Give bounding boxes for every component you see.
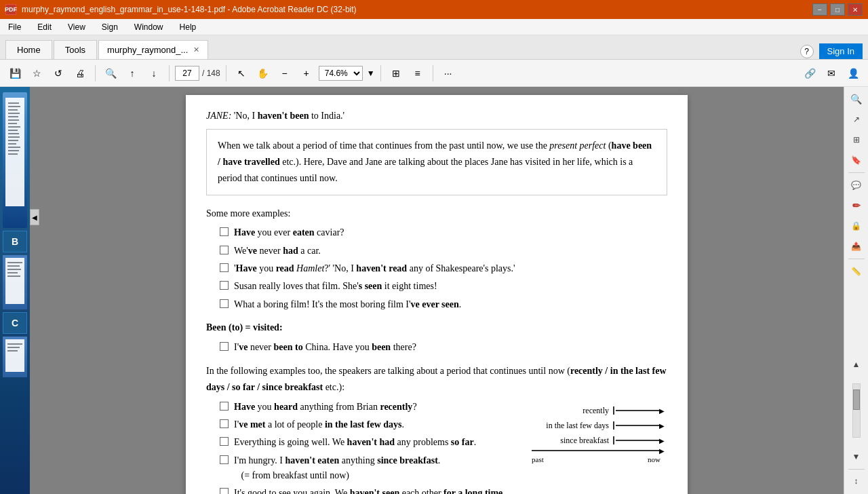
example-a1: Have you ever eaten caviar? — [206, 225, 667, 240]
checkbox-b3[interactable] — [220, 437, 229, 446]
scroll-up-button[interactable]: ▲ — [847, 355, 866, 374]
right-share-button[interactable]: ↗ — [847, 110, 866, 129]
menu-sign[interactable]: Sign — [99, 21, 121, 33]
prev-page-button[interactable]: ↑ — [123, 64, 142, 83]
hand-tool-button[interactable]: ✋ — [254, 64, 273, 83]
timeline-row-sincebreakfast: since breakfast ▶ — [532, 434, 660, 447]
example-a3: 'Have you read Hamlet?' 'No, I haven't r… — [206, 261, 667, 276]
page-number-input[interactable] — [175, 66, 199, 81]
restore-button[interactable]: □ — [830, 3, 845, 16]
scroll-down-button[interactable]: ▼ — [847, 447, 866, 466]
cursor-tool-button[interactable]: ↖ — [232, 64, 251, 83]
page-thumbnail-b[interactable] — [3, 255, 27, 309]
checkbox-been[interactable] — [220, 342, 229, 351]
main-layout: B C ◀ JANE: 'No, — [0, 87, 868, 494]
example-a5: What a boring film! It's the most boring… — [206, 297, 667, 312]
title-bar: PDF murphy_raymond_english_grammar_in_us… — [0, 0, 868, 19]
zoom-dropdown[interactable]: 74.6% 50% 75% 100% 125% 150% — [319, 66, 363, 81]
right-bookmark-button[interactable]: 🔖 — [847, 151, 866, 170]
link-button[interactable]: 🔗 — [800, 64, 819, 83]
menu-view[interactable]: View — [65, 21, 88, 33]
right-search-button[interactable]: 🔍 — [847, 90, 866, 109]
timeline-label-lastfewdays: in the last few days — [532, 419, 613, 432]
right-export-button[interactable]: 📤 — [847, 237, 866, 256]
mail-button[interactable]: ✉ — [822, 64, 841, 83]
checkbox-b5[interactable] — [220, 488, 229, 494]
refresh-button[interactable]: ↺ — [49, 64, 68, 83]
example-a2: We've never had a car. — [206, 244, 667, 259]
save-button[interactable]: 💾 — [5, 64, 24, 83]
bookmark-button[interactable]: ☆ — [27, 64, 46, 83]
example-b1-text: Have you heard anything from Brian recen… — [234, 400, 417, 415]
window-controls: − □ ✕ — [812, 3, 863, 16]
right-extra-button[interactable]: ↔ — [847, 472, 866, 491]
example-b2-text: I've met a lot of people in the last few… — [234, 417, 404, 432]
right-protect-button[interactable]: 🔒 — [847, 216, 866, 235]
timeline-row-lastfewdays: in the last few days ▶ — [532, 419, 660, 432]
help-button[interactable]: ? — [800, 45, 814, 58]
menu-bar: File Edit View Sign Window Help — [0, 19, 868, 35]
example-been: I've never been to China. Have you been … — [206, 340, 667, 355]
example-b3: Everything is going well. We haven't had… — [206, 435, 521, 450]
checkbox-a2[interactable] — [220, 246, 229, 254]
right-sep-2 — [848, 259, 865, 259]
section-b-intro: In the following examples too, the speak… — [206, 363, 667, 396]
checkbox-a3[interactable] — [220, 263, 229, 272]
vertical-scrollbar[interactable] — [852, 383, 861, 438]
close-button[interactable]: ✕ — [848, 3, 863, 16]
view-mode-button[interactable]: ⊞ — [387, 64, 406, 83]
menu-file[interactable]: File — [5, 21, 24, 33]
tab-close-button[interactable]: ✕ — [193, 45, 199, 54]
menu-help[interactable]: Help — [177, 21, 199, 33]
checkbox-a4[interactable] — [220, 281, 229, 290]
zoom-minus-button[interactable]: − — [275, 64, 294, 83]
more-tools-button[interactable]: ··· — [439, 64, 458, 83]
example-a4-text: Susan really loves that film. She's seen… — [234, 279, 437, 294]
toolbar: 💾 ☆ ↺ 🖨 🔍 ↑ ↓ / 148 ↖ ✋ − + 74.6% 50% 75… — [0, 60, 868, 87]
left-sidebar: B C — [0, 87, 30, 494]
menu-window[interactable]: Window — [132, 21, 166, 33]
page-thumbnail-c[interactable] — [3, 337, 27, 377]
tab-document[interactable]: murphy_raymond_... ✕ — [98, 40, 208, 59]
page-document: JANE: 'No, I haven't been to India.' Whe… — [186, 95, 688, 494]
page-thumbnail-top[interactable] — [3, 92, 27, 228]
example-b4: I'm hungry. I haven't eaten anything sin… — [206, 453, 521, 484]
menu-edit[interactable]: Edit — [35, 21, 54, 33]
sign-in-button[interactable]: Sign In — [819, 43, 863, 59]
sidebar-collapse-button[interactable]: ◀ — [30, 209, 39, 225]
checkbox-b4[interactable] — [220, 455, 229, 464]
page-total: / 148 — [202, 69, 220, 78]
right-measure-button[interactable]: 📏 — [847, 262, 866, 281]
right-sidebar: 🔍 ↗ ⊞ 🔖 💬 ✏ 🔒 📤 📏 ▲ ▼ ↔ — [844, 87, 868, 494]
right-edit-button[interactable]: ✏ — [847, 196, 866, 215]
minimize-button[interactable]: − — [812, 3, 827, 16]
example-a1-text: Have you ever eaten caviar? — [234, 225, 344, 240]
example-a3-text: 'Have you read Hamlet?' 'No, I haven't r… — [234, 261, 515, 276]
checkbox-a5[interactable] — [220, 299, 229, 308]
scrollbar-thumb[interactable] — [853, 390, 860, 410]
separator-4 — [380, 65, 381, 81]
section-b: In the following examples too, the speak… — [206, 363, 667, 494]
sidebar-section-b: B — [3, 231, 27, 252]
separator-5 — [433, 65, 433, 81]
timeline-label-sincebreakfast: since breakfast — [532, 434, 613, 447]
zoom-dropdown-arrow[interactable]: ▼ — [367, 69, 375, 78]
tab-tools[interactable]: Tools — [54, 40, 97, 59]
right-tools-button[interactable]: ⊞ — [847, 130, 866, 149]
been-header: Been (to) = visited: — [206, 322, 283, 332]
tab-home[interactable]: Home — [5, 40, 52, 59]
checkbox-b1[interactable] — [220, 402, 229, 411]
checkbox-b2[interactable] — [220, 419, 229, 428]
zoom-out-button[interactable]: 🔍 — [101, 64, 120, 83]
right-comment-button[interactable]: 💬 — [847, 176, 866, 195]
example-a4: Susan really loves that film. She's seen… — [206, 279, 667, 294]
checkbox-a1[interactable] — [220, 227, 229, 236]
timeline-past-now: past now — [532, 454, 660, 466]
example-a2-text: We've never had a car. — [234, 244, 321, 259]
scroll-mode-button[interactable]: ≡ — [408, 64, 427, 83]
print-button[interactable]: 🖨 — [71, 64, 90, 83]
zoom-plus-button[interactable]: + — [297, 64, 316, 83]
next-page-button[interactable]: ↓ — [144, 64, 163, 83]
user-button[interactable]: 👤 — [844, 64, 863, 83]
separator-3 — [226, 65, 226, 81]
